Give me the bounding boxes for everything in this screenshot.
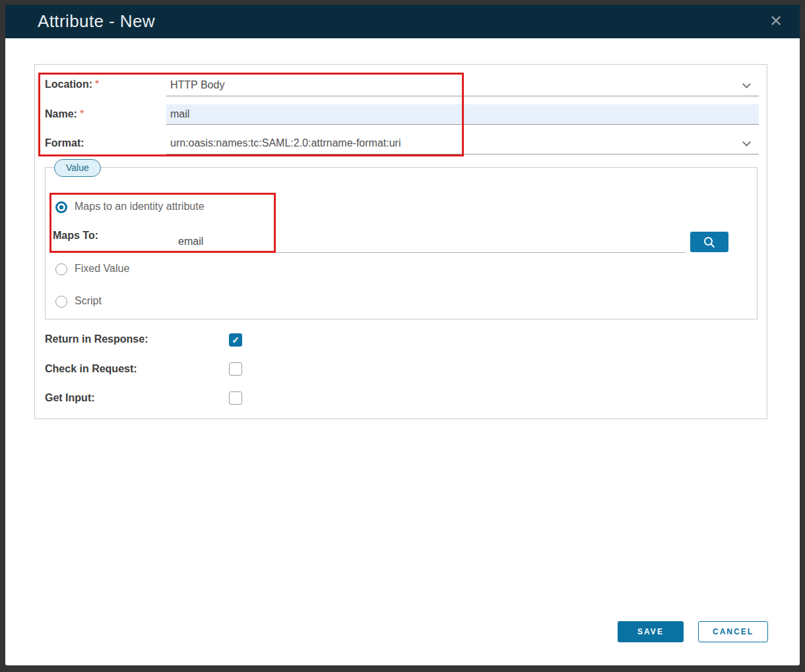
maps-to-input-value: email: [178, 236, 203, 247]
name-input[interactable]: mail: [166, 104, 759, 125]
location-select[interactable]: HTTP Body: [166, 74, 759, 96]
search-icon: [703, 236, 716, 249]
radio-fixed-value-label: Fixed Value: [75, 263, 129, 275]
checkbox-get-input[interactable]: ✓: [229, 391, 242, 405]
value-tab[interactable]: Value: [54, 159, 101, 177]
name-input-value: mail: [170, 108, 189, 119]
chevron-down-icon: [742, 138, 751, 147]
modal-window: Attribute - New ✕ Location:* HTTP Body N…: [0, 0, 805, 672]
chevron-down-icon: [742, 80, 751, 88]
location-label: Location:*: [45, 79, 99, 90]
checkmark-icon: ✓: [232, 335, 240, 345]
name-label-text: Name:: [45, 108, 77, 119]
name-label: Name:*: [45, 108, 84, 120]
radio-fixed-value[interactable]: [55, 263, 67, 275]
location-required-marker: *: [95, 79, 99, 90]
name-required-marker: *: [80, 108, 84, 119]
maps-to-input[interactable]: email: [166, 231, 686, 253]
checkbox-check-in-request[interactable]: ✓: [229, 362, 242, 376]
format-label-text: Format:: [45, 137, 84, 149]
modal-header: Attribute - New ✕: [5, 5, 800, 38]
location-label-text: Location:: [45, 79, 92, 90]
get-input-label: Get Input:: [45, 392, 95, 404]
save-button[interactable]: SAVE: [618, 621, 684, 642]
radio-maps-to-identity-attribute[interactable]: [55, 201, 67, 213]
maps-to-label: Maps To:: [53, 230, 98, 242]
return-in-response-label: Return in Response:: [45, 333, 148, 345]
checkbox-return-in-response[interactable]: ✓: [229, 333, 242, 347]
search-button[interactable]: [690, 232, 728, 252]
format-label: Format:: [45, 137, 84, 149]
format-select-value: urn:oasis:names:tc:SAML:2.0:attrname-for…: [170, 137, 401, 149]
check-in-request-label: Check in Request:: [45, 363, 137, 375]
radio-script-label: Script: [75, 295, 102, 307]
radio-script[interactable]: [55, 296, 67, 308]
close-icon[interactable]: ✕: [769, 5, 783, 38]
dialog-title: Attribute - New: [38, 5, 155, 38]
radio-maps-to-identity-attribute-label: Maps to an identity attribute: [75, 201, 205, 213]
format-select[interactable]: urn:oasis:names:tc:SAML:2.0:attrname-for…: [166, 132, 759, 154]
location-select-value: HTTP Body: [170, 79, 224, 90]
cancel-button[interactable]: CANCEL: [698, 621, 768, 642]
